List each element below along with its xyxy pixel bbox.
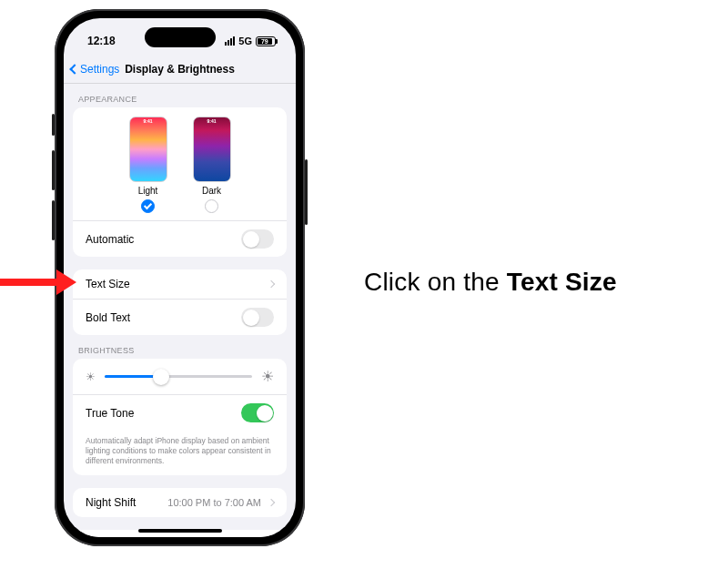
brightness-slider[interactable] bbox=[105, 375, 252, 378]
sun-max-icon: ☀︎ bbox=[261, 368, 274, 385]
screen: 12:18 5G 79 Settings Display & Brightnes… bbox=[64, 18, 296, 537]
content-scroll[interactable]: APPEARANCE 9:41 Light 9:41 Dark bbox=[64, 84, 296, 537]
theme-label-dark: Dark bbox=[202, 186, 221, 196]
check-icon bbox=[144, 200, 152, 208]
theme-option-dark[interactable]: 9:41 Dark bbox=[193, 117, 231, 213]
volume-up-button bbox=[52, 150, 55, 190]
text-group: Text Size Bold Text bbox=[73, 269, 287, 335]
brightness-slider-row: ☀︎ ☀︎ bbox=[73, 359, 287, 394]
network-label: 5G bbox=[238, 36, 252, 46]
night-shift-label: Night Shift bbox=[86, 496, 136, 509]
signal-icon bbox=[225, 36, 235, 46]
slider-thumb[interactable] bbox=[153, 369, 169, 385]
true-tone-row[interactable]: True Tone bbox=[73, 394, 287, 431]
status-time: 12:18 bbox=[87, 35, 116, 47]
chevron-left-icon bbox=[69, 64, 79, 74]
automatic-toggle[interactable] bbox=[241, 229, 274, 249]
true-tone-label: True Tone bbox=[86, 407, 134, 420]
night-shift-group: Night Shift 10:00 PM to 7:00 AM bbox=[73, 488, 287, 517]
text-size-label: Text Size bbox=[86, 278, 130, 290]
chevron-right-icon bbox=[268, 280, 275, 288]
bold-text-toggle[interactable] bbox=[241, 308, 274, 327]
night-shift-detail: 10:00 PM to 7:00 AM bbox=[167, 497, 261, 508]
battery-icon: 79 bbox=[256, 36, 276, 46]
radio-light[interactable] bbox=[141, 199, 155, 213]
theme-label-light: Light bbox=[138, 186, 158, 196]
bold-text-row[interactable]: Bold Text bbox=[73, 299, 287, 335]
battery-percent: 79 bbox=[261, 38, 268, 45]
caption-prefix: Click on the bbox=[364, 268, 507, 296]
light-preview: 9:41 bbox=[129, 117, 167, 182]
iphone-frame: 12:18 5G 79 Settings Display & Brightnes… bbox=[55, 9, 305, 546]
sun-min-icon: ☀︎ bbox=[86, 371, 96, 383]
automatic-label: Automatic bbox=[86, 233, 134, 246]
night-shift-row[interactable]: Night Shift 10:00 PM to 7:00 AM bbox=[73, 488, 287, 517]
instruction-arrow bbox=[0, 269, 76, 295]
appearance-header: APPEARANCE bbox=[64, 84, 296, 107]
instruction-caption: Click on the Text Size bbox=[364, 268, 617, 297]
brightness-group: ☀︎ ☀︎ True Tone Automatically adapt iPho… bbox=[73, 359, 287, 475]
back-button[interactable]: Settings bbox=[71, 63, 119, 76]
text-size-row[interactable]: Text Size bbox=[73, 269, 287, 299]
true-tone-footnote: Automatically adapt iPhone display based… bbox=[73, 431, 287, 475]
true-tone-toggle[interactable] bbox=[241, 403, 274, 422]
volume-down-button bbox=[52, 200, 55, 240]
side-button bbox=[305, 159, 308, 225]
silent-switch bbox=[52, 114, 55, 136]
appearance-group: 9:41 Light 9:41 Dark Automatic bbox=[73, 107, 287, 257]
radio-dark[interactable] bbox=[205, 199, 218, 213]
chevron-right-icon bbox=[268, 499, 275, 506]
arrow-right-icon bbox=[56, 269, 76, 295]
theme-option-light[interactable]: 9:41 Light bbox=[129, 117, 167, 213]
automatic-row[interactable]: Automatic bbox=[73, 220, 287, 257]
caption-bold: Text Size bbox=[507, 268, 617, 296]
back-label: Settings bbox=[80, 63, 119, 76]
bold-text-label: Bold Text bbox=[86, 311, 130, 324]
dark-preview: 9:41 bbox=[193, 117, 231, 182]
brightness-header: BRIGHTNESS bbox=[64, 335, 296, 359]
nav-bar: Settings Display & Brightness bbox=[64, 55, 296, 84]
dynamic-island bbox=[145, 27, 216, 47]
page-title: Display & Brightness bbox=[125, 63, 235, 76]
home-indicator[interactable] bbox=[138, 529, 222, 533]
